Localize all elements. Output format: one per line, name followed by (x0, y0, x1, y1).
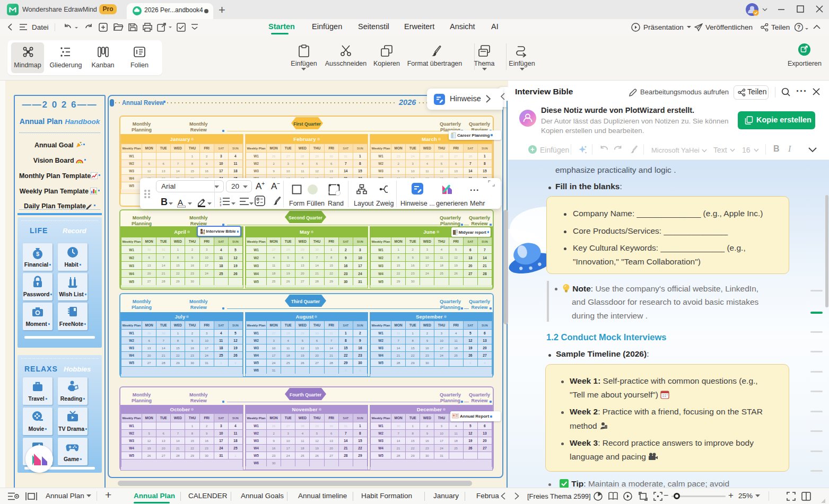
svg-text:?: ? (797, 24, 800, 30)
svg-text:Second Quarter: Second Quarter (289, 215, 322, 220)
svg-text:First Quarter: First Quarter (293, 121, 321, 127)
svg-text:Third Quarter: Third Quarter (291, 299, 320, 304)
svg-text:Fourth Quarter: Fourth Quarter (290, 392, 322, 397)
svg-text:$: $ (36, 251, 39, 257)
svg-text:3: 3 (220, 204, 222, 206)
